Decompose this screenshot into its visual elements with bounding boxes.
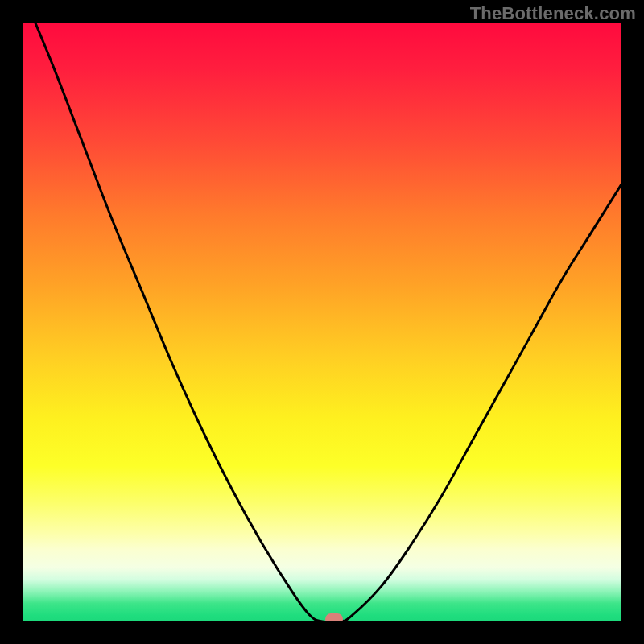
chart-stage: TheBottleneck.com xyxy=(0,0,644,644)
watermark-text: TheBottleneck.com xyxy=(470,3,636,24)
optimal-marker xyxy=(325,613,343,621)
plot-area xyxy=(23,23,621,621)
bottleneck-curve xyxy=(23,23,621,621)
